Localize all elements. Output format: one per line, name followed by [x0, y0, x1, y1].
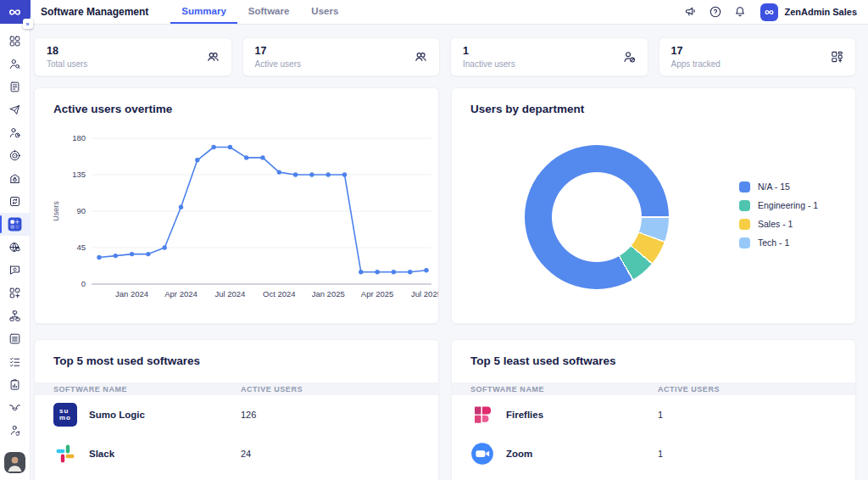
svg-text:0: 0 [81, 279, 86, 288]
least-used-table-card: Top 5 least used softwares SOFTWARE NAME… [451, 339, 856, 480]
legend-item-tech[interactable]: Tech - 1 [739, 237, 818, 248]
inactive-users-value: 1 [463, 45, 636, 57]
column-software-name: SOFTWARE NAME [452, 385, 658, 393]
help-icon[interactable] [709, 5, 722, 19]
users-duo-icon [414, 50, 428, 64]
user-refresh-icon [8, 424, 21, 437]
svg-text:180: 180 [72, 133, 86, 142]
legend-item-engineering[interactable]: Engineering - 1 [739, 199, 818, 211]
total-users-label: Total users [47, 59, 220, 69]
sidebar-item-chat-sync[interactable] [0, 259, 31, 282]
send-icon [8, 103, 21, 116]
table-row-zoom[interactable]: Zoom1 [452, 434, 855, 473]
sidebar-expand-button[interactable]: » [23, 19, 33, 29]
svg-text:135: 135 [72, 170, 86, 179]
apps-tracked-label: Apps tracked [671, 59, 844, 69]
sidebar-item-org-chart[interactable] [0, 304, 31, 327]
svg-text:Jan 2024: Jan 2024 [115, 289, 148, 299]
sidebar-item-apps-add[interactable] [0, 282, 31, 304]
active-users-count: 1 [658, 410, 663, 420]
sidebar-item-clipboard-chart[interactable] [0, 373, 31, 396]
table-row-sumo-logic[interactable]: sumoSumo Logic126 [35, 395, 438, 434]
sidebar-item-document[interactable] [0, 75, 31, 98]
software-management-dashboard: Software Management Summary Software Use… [0, 0, 868, 480]
legend-label: Engineering - 1 [758, 200, 818, 210]
line-chart-title: Active users overtime [35, 88, 438, 116]
sidebar-nav [0, 30, 30, 442]
total-users-value: 18 [47, 45, 220, 57]
sidebar-item-handshake[interactable] [0, 396, 31, 419]
svg-text:Jan 2025: Jan 2025 [312, 289, 345, 299]
legend-item-sales[interactable]: Sales - 1 [739, 218, 818, 230]
sidebar-item-app-tiles[interactable] [0, 213, 31, 236]
tab-summary[interactable]: Summary [170, 0, 236, 24]
globe-lock-icon [8, 241, 21, 254]
svg-text:Apr 2024: Apr 2024 [164, 289, 198, 299]
apps-tracked-icon [830, 50, 844, 64]
app-tiles-icon [7, 216, 23, 232]
clipboard-chart-icon [8, 378, 21, 391]
software-name: Fireflies [506, 410, 543, 420]
box-sync-icon [8, 195, 21, 208]
sidebar-item-dashboard-grid[interactable] [0, 30, 31, 53]
active-users-label: Active users [255, 59, 428, 69]
svg-text:Oct 2024: Oct 2024 [263, 289, 296, 299]
legend-label: Tech - 1 [758, 237, 789, 248]
active-users-value: 17 [255, 45, 428, 57]
legend-swatch [739, 237, 750, 248]
software-name: Zoom [506, 449, 532, 459]
zoom-logo-icon [470, 442, 494, 466]
org-chart-icon [8, 310, 21, 322]
table-row-slack[interactable]: Slack24 [35, 434, 438, 473]
table-row-fireflies[interactable]: Fireflies1 [452, 395, 855, 434]
sidebar-item-target[interactable] [0, 144, 31, 167]
donut-hole [552, 172, 642, 262]
notifications-bell-icon[interactable] [733, 5, 747, 19]
user-clock-icon [8, 126, 21, 139]
legend-swatch [739, 181, 750, 193]
target-icon [8, 149, 21, 162]
app-logo[interactable]: » [0, 0, 31, 24]
users-duo-icon [206, 50, 220, 64]
legend-label: Sales - 1 [758, 219, 793, 229]
software-cell: sumoSumo Logic [35, 403, 241, 427]
inactive-users-label: Inactive users [463, 59, 636, 69]
users-by-department-card: Users by department N/A - 15Engineering … [451, 87, 856, 324]
tab-bar: Summary Software Users [170, 0, 349, 24]
sumologic-logo-icon: sumo [53, 403, 77, 427]
user-avatar[interactable] [4, 452, 25, 473]
workspace-name: ZenAdmin Sales [784, 7, 857, 17]
document-icon [8, 81, 21, 93]
checklist-icon [8, 355, 21, 368]
sidebar: » [0, 0, 31, 480]
most-used-table-card: Top 5 most used softwares SOFTWARE NAME … [34, 339, 439, 480]
sidebar-item-building-lock[interactable] [0, 167, 31, 190]
sidebar-item-globe-lock[interactable] [0, 236, 31, 259]
infinity-logo-icon [8, 5, 22, 20]
sidebar-item-send[interactable] [0, 98, 31, 121]
software-name: Sumo Logic [89, 410, 145, 420]
slack-logo-icon [53, 442, 77, 466]
tab-software[interactable]: Software [237, 0, 301, 24]
most-used-rows: sumoSumo Logic126Slack24 [35, 395, 438, 473]
table-header: SOFTWARE NAME ACTIVE USERS [35, 382, 438, 395]
sidebar-item-checklist[interactable] [0, 350, 31, 373]
announcement-icon[interactable] [684, 5, 698, 19]
most-used-title: Top 5 most used softwares [35, 340, 438, 368]
sidebar-item-user-refresh[interactable] [0, 419, 31, 442]
legend-item-n-a[interactable]: N/A - 15 [739, 181, 818, 193]
sidebar-item-user-search[interactable] [0, 53, 31, 75]
topbar-actions: ZenAdmin Sales [684, 0, 868, 24]
workspace-switcher[interactable]: ZenAdmin Sales [760, 3, 857, 21]
sidebar-item-user-clock[interactable] [0, 121, 31, 144]
software-name: Slack [89, 449, 114, 459]
top-bar: Software Management Summary Software Use… [0, 0, 868, 25]
tab-users[interactable]: Users [300, 0, 349, 24]
active-users-line-chart: 04590135180Jan 2024Apr 2024Jul 2024Oct 2… [47, 122, 438, 304]
software-cell: Slack [35, 442, 241, 466]
apps-add-icon [8, 287, 21, 299]
sidebar-item-box-sync[interactable] [0, 190, 31, 213]
sidebar-item-list-box[interactable] [0, 327, 31, 350]
user-search-icon [8, 58, 21, 70]
least-used-title: Top 5 least used softwares [452, 340, 855, 368]
